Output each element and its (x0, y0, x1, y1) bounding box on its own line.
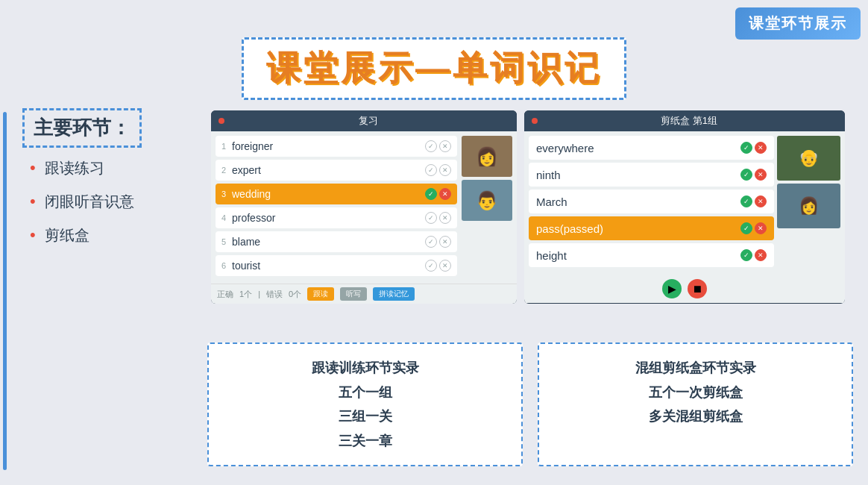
word-item[interactable]: 5 blame ✓ ✕ (216, 231, 457, 252)
video-thumbnails: 👩 👨 (462, 136, 512, 279)
bottom-right-line-2: 五个一次剪纸盒 (554, 381, 837, 404)
face-icon: 👨 (462, 180, 512, 221)
left-app-body: 1 foreigner ✓ ✕ 2 expert ✓ ✕ (211, 131, 517, 284)
bottom-right-text: 混组剪纸盒环节实录 五个一次剪纸盒 多关混组剪纸盒 (554, 356, 837, 428)
top-badge: 课堂环节展示 (735, 7, 861, 40)
word-icons: ✓ ✕ (425, 164, 451, 176)
check-icon: ✓ (425, 188, 437, 200)
bottom-right-box: 混组剪纸盒环节实录 五个一次剪纸盒 多关混组剪纸盒 (538, 342, 853, 466)
right-video-thumb-1: 👴 (777, 136, 840, 181)
right-word-item[interactable]: March ✓ ✕ (529, 190, 774, 213)
bullet-list: 跟读练习 闭眼听音识意 剪纸盒 (22, 158, 179, 245)
word-item[interactable]: 2 expert ✓ ✕ (216, 160, 457, 181)
bottom-left-line-1: 跟读训练环节实录 (224, 356, 506, 380)
check-icon: ✓ (425, 260, 437, 272)
stop-btn[interactable]: ⏹ (688, 279, 707, 298)
right-app-footer: ▶ ⏹ (524, 275, 845, 303)
x-icon: ✕ (439, 188, 451, 200)
list-item: 剪纸盒 (30, 225, 179, 245)
right-app-header: 剪纸盒 第1组 (524, 110, 845, 131)
spell-memory-btn[interactable]: 拼读记忆 (373, 287, 415, 301)
right-app-title: 剪纸盒 第1组 (541, 114, 837, 128)
bottom-left-line-3: 三组一关 (224, 404, 506, 428)
x-icon: ✕ (755, 169, 767, 181)
apps-container: 复习 1 foreigner ✓ ✕ 2 expert (207, 110, 856, 304)
bottom-left-line-2: 五个一组 (224, 381, 506, 404)
video-thumb-1: 👩 (462, 136, 512, 177)
word-icons: ✓ ✕ (740, 195, 767, 207)
check-icon: ✓ (740, 222, 752, 234)
x-icon: ✕ (439, 212, 451, 224)
x-icon: ✕ (755, 195, 767, 207)
word-icons: ✓ ✕ (740, 169, 767, 181)
bottom-right-line-1: 混组剪纸盒环节实录 (554, 356, 837, 380)
word-icons: ✓ ✕ (425, 188, 451, 200)
x-icon: ✕ (439, 236, 451, 248)
right-word-item[interactable]: height ✓ ✕ (529, 243, 774, 267)
right-app-window: 剪纸盒 第1组 everywhere ✓ ✕ ninth ✓ (524, 110, 845, 304)
left-app-title: 复习 (227, 114, 509, 128)
check-icon: ✓ (740, 249, 752, 261)
word-icons: ✓ ✕ (425, 140, 451, 152)
check-icon: ✓ (425, 212, 437, 224)
check-icon: ✓ (425, 140, 437, 152)
left-panel: 主要环节： 跟读练习 闭眼听音识意 剪纸盒 (22, 108, 179, 259)
left-word-list: 1 foreigner ✓ ✕ 2 expert ✓ ✕ (216, 136, 457, 279)
left-app-content: 1 foreigner ✓ ✕ 2 expert ✓ ✕ (216, 136, 512, 279)
word-icons: ✓ ✕ (740, 142, 767, 154)
left-app-header: 复习 (211, 110, 517, 131)
right-app-body: everywhere ✓ ✕ ninth ✓ ✕ (524, 131, 845, 275)
word-icons: ✓ ✕ (740, 249, 767, 261)
right-word-item-active[interactable]: pass(passed) ✓ ✕ (529, 216, 774, 240)
check-icon: ✓ (425, 164, 437, 176)
video-thumb-2: 👨 (462, 180, 512, 221)
dictation-btn[interactable]: 听写 (340, 287, 367, 301)
wrong-count: 0个 (289, 289, 301, 300)
x-icon: ✕ (755, 222, 767, 234)
x-icon: ✕ (439, 164, 451, 176)
bottom-right-line-3: 多关混组剪纸盒 (554, 404, 837, 428)
right-word-item[interactable]: ninth ✓ ✕ (529, 163, 774, 187)
right-word-item[interactable]: everywhere ✓ ✕ (529, 136, 774, 160)
left-app-window: 复习 1 foreigner ✓ ✕ 2 expert (211, 110, 517, 304)
header-dot (532, 118, 538, 124)
right-word-list: everywhere ✓ ✕ ninth ✓ ✕ (529, 136, 774, 270)
correct-label: 正确 (217, 289, 233, 300)
x-icon: ✕ (755, 142, 767, 154)
check-icon: ✓ (740, 195, 752, 207)
face-icon: 👩 (462, 136, 512, 177)
word-icons: ✓ ✕ (425, 260, 451, 272)
x-icon: ✕ (439, 260, 451, 272)
header-dot (218, 118, 224, 124)
right-video-thumbnails: 👴 👩 (777, 136, 840, 270)
word-icons: ✓ ✕ (425, 212, 451, 224)
word-item-active[interactable]: 3 wedding ✓ ✕ (216, 184, 457, 204)
word-icons: ✓ ✕ (740, 222, 767, 234)
list-item: 跟读练习 (30, 158, 179, 178)
correct-count: 1个 (239, 289, 252, 300)
word-item[interactable]: 6 tourist ✓ ✕ (216, 255, 457, 276)
right-video-thumb-2: 👩 (777, 184, 840, 228)
right-app-content: everywhere ✓ ✕ ninth ✓ ✕ (529, 136, 840, 270)
check-icon: ✓ (425, 236, 437, 248)
word-item[interactable]: 4 professor ✓ ✕ (216, 207, 457, 228)
left-edge-decoration (3, 112, 7, 470)
bottom-left-text: 跟读训练环节实录 五个一组 三组一关 三关一章 (224, 356, 506, 453)
play-btn[interactable]: ▶ (662, 279, 682, 298)
x-icon: ✕ (755, 249, 767, 261)
wrong-label: 错误 (266, 289, 283, 300)
check-icon: ✓ (740, 169, 752, 181)
main-title: 课堂展示—单词识记 (242, 37, 626, 100)
bottom-left-box: 跟读训练环节实录 五个一组 三组一关 三关一章 (207, 342, 523, 466)
follow-read-btn[interactable]: 跟读 (307, 287, 334, 301)
x-icon: ✕ (439, 140, 451, 152)
word-icons: ✓ ✕ (425, 236, 451, 248)
left-app-footer: 正确 1个 | 错误 0个 跟读 听写 拼读记忆 (211, 284, 517, 304)
check-icon: ✓ (740, 142, 752, 154)
list-item: 闭眼听音识意 (30, 192, 179, 212)
bottom-left-line-4: 三关一章 (224, 429, 506, 453)
bottom-section: 跟读训练环节实录 五个一组 三组一关 三关一章 混组剪纸盒环节实录 五个一次剪纸… (207, 342, 853, 466)
word-item[interactable]: 1 foreigner ✓ ✕ (216, 136, 457, 157)
section-title: 主要环节： (22, 108, 142, 148)
